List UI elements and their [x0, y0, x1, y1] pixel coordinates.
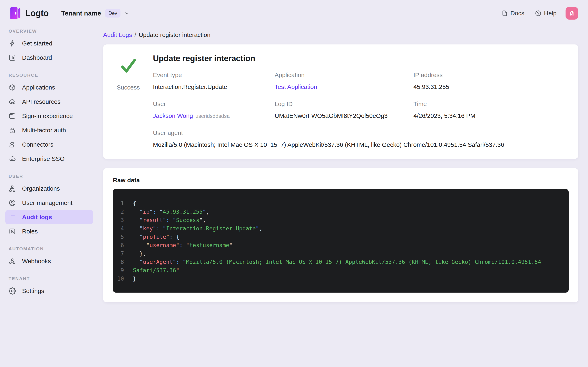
- field-label: Application: [275, 72, 414, 78]
- sidebar-item-label: Enterprise SSO: [22, 155, 65, 162]
- logo-text: Logto: [25, 8, 49, 18]
- topbar-right: Docs Help й: [491, 7, 578, 20]
- success-check-icon: [119, 56, 138, 75]
- docs-button[interactable]: Docs: [502, 10, 524, 17]
- code-line: 4 "key": "Interaction.Register.Update",: [113, 224, 564, 233]
- line-number: 4: [113, 224, 133, 233]
- sidebar-section-label: USER: [9, 174, 93, 179]
- field-value-text: 4/26/2023, 5:34:16 PM: [414, 112, 476, 119]
- field-value-text: Mozilla/5.0 (Macintosh; Intel Mac OS X 1…: [153, 141, 504, 148]
- field-application: ApplicationTest Application: [275, 72, 414, 90]
- sidebar-item-audit-logs[interactable]: Audit logs: [5, 210, 93, 224]
- code-line: 8 "userAgent": "Mozilla/5.0 (Macintosh; …: [113, 258, 564, 266]
- field-user: UserJackson Wonguseridsddsdsa: [153, 100, 275, 119]
- field-label: User: [153, 100, 275, 108]
- user-icon: [9, 199, 16, 207]
- topbar: Logto Tenant name Dev Docs Help й: [0, 0, 588, 26]
- sidebar-item-enterprise-sso[interactable]: Enterprise SSO: [5, 152, 93, 166]
- code-line-content: "key": "Interaction.Register.Update",: [133, 224, 262, 233]
- field-value: Test Application: [275, 83, 414, 90]
- line-number: 7: [113, 249, 133, 258]
- code-line-content: "profile": {: [133, 233, 180, 241]
- avatar[interactable]: й: [566, 7, 578, 20]
- sidebar-item-settings[interactable]: Settings: [5, 284, 93, 298]
- topbar-left: Logto Tenant name Dev: [9, 7, 130, 20]
- sidebar-item-label: Connectors: [22, 141, 53, 148]
- code-line-content: "result": "Success",: [133, 216, 206, 224]
- code-line: 3 "result": "Success",: [113, 216, 564, 224]
- code-line-content: {: [133, 199, 136, 208]
- audit-icon: [9, 213, 16, 221]
- field-value-suffix: useridsddsdsa: [195, 113, 230, 119]
- code-line: 2 "ip": "45.93.31.255",: [113, 208, 564, 216]
- page-title: Update register interaction: [153, 54, 567, 63]
- sidebar-item-applications[interactable]: Applications: [5, 80, 93, 95]
- sidebar-section-resource: RESOURCEApplicationsAPI resourcesSign-in…: [5, 73, 93, 166]
- line-number: 8: [113, 258, 133, 266]
- line-number: 9: [113, 266, 133, 275]
- code-line-content: },: [133, 249, 146, 258]
- raw-data-label: Raw data: [113, 177, 569, 184]
- raw-data-code-block[interactable]: 1{2 "ip": "45.93.31.255",3 "result": "Su…: [113, 189, 569, 292]
- field-label: User agent: [153, 129, 567, 136]
- sidebar-item-dashboard[interactable]: Dashboard: [5, 50, 93, 65]
- field-value: 45.93.31.255: [414, 83, 567, 90]
- status-column: Success: [113, 54, 144, 148]
- field-value: UMatENw0rFWO5aGbMI8tY2Qol50eOg3: [275, 112, 414, 119]
- sidebar-section-automation: AUTOMATIONWebhooks: [5, 246, 93, 268]
- field-user-agent: User agentMozilla/5.0 (Macintosh; Intel …: [153, 129, 567, 148]
- help-label: Help: [544, 10, 557, 17]
- tenant-name: Tenant name: [61, 9, 101, 17]
- roles-icon: [9, 228, 16, 235]
- field-time: Time4/26/2023, 5:34:16 PM: [414, 100, 567, 119]
- help-button[interactable]: Help: [535, 10, 557, 17]
- field-label: IP address: [414, 72, 567, 78]
- field-grid: Event typeInteraction.Register.UpdateApp…: [153, 72, 567, 148]
- line-number: 1: [113, 199, 133, 208]
- api-icon: [9, 98, 16, 105]
- breadcrumb: Audit Logs / Update register interaction: [103, 31, 579, 38]
- sso-icon: [9, 155, 16, 162]
- chevron-down-icon: [124, 11, 130, 16]
- docs-label: Docs: [510, 10, 524, 17]
- raw-data-card: Raw data 1{2 "ip": "45.93.31.255",3 "res…: [103, 168, 579, 302]
- sidebar-item-label: Organizations: [22, 185, 60, 192]
- sidebar-item-webhooks[interactable]: Webhooks: [5, 254, 93, 268]
- field-label: Event type: [153, 72, 275, 78]
- sidebar-item-label: Audit logs: [22, 214, 52, 221]
- sidebar-item-label: User management: [22, 200, 72, 206]
- application-link[interactable]: Test Application: [275, 83, 317, 90]
- breadcrumb-separator: /: [135, 31, 136, 38]
- sidebar-item-api-resources[interactable]: API resources: [5, 95, 93, 109]
- sidebar-item-label: Sign-in experience: [22, 113, 73, 119]
- sidebar-item-label: Webhooks: [22, 258, 51, 265]
- line-number: 5: [113, 233, 133, 241]
- user-link[interactable]: Jackson Wong: [153, 112, 193, 119]
- line-number: 2: [113, 208, 133, 216]
- sidebar-item-connectors[interactable]: Connectors: [5, 137, 93, 152]
- sidebar-item-get-started[interactable]: Get started: [5, 36, 93, 50]
- sidebar-item-roles[interactable]: Roles: [5, 224, 93, 239]
- sidebar-item-multi-factor-auth[interactable]: Multi-factor auth: [5, 123, 93, 137]
- log-detail-card: Success Update register interaction Even…: [103, 44, 579, 159]
- sidebar-item-sign-in-experience[interactable]: Sign-in experience: [5, 109, 93, 123]
- sidebar-item-organizations[interactable]: Organizations: [5, 182, 93, 196]
- sidebar-item-user-management[interactable]: User management: [5, 196, 93, 210]
- help-circle-icon: [535, 10, 541, 17]
- status-label: Success: [117, 84, 140, 91]
- gear-icon: [9, 287, 16, 295]
- connectors-icon: [9, 141, 16, 148]
- tenant-switcher[interactable]: Tenant name Dev: [61, 9, 130, 17]
- main-content: Audit Logs / Update register interaction…: [98, 26, 588, 302]
- sidebar-section-tenant: TENANTSettings: [5, 276, 93, 298]
- sidebar-item-label: Get started: [22, 40, 52, 47]
- document-icon: [502, 10, 508, 17]
- sidebar-section-label: OVERVIEW: [9, 29, 93, 34]
- line-number: 6: [113, 241, 133, 249]
- breadcrumb-audit-logs-link[interactable]: Audit Logs: [103, 31, 132, 38]
- field-value-text: UMatENw0rFWO5aGbMI8tY2Qol50eOg3: [275, 112, 388, 119]
- code-line: 9Safari/537.36": [113, 266, 564, 275]
- field-ip-address: IP address45.93.31.255: [414, 72, 567, 90]
- sidebar-item-label: Roles: [22, 228, 38, 235]
- code-line-content: "username": "testusername": [133, 241, 233, 249]
